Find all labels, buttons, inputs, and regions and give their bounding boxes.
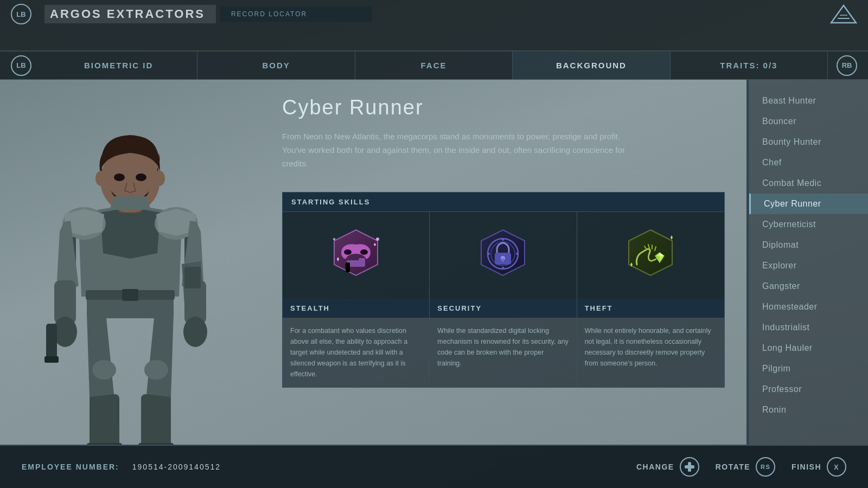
svg-rect-45 bbox=[502, 258, 504, 262]
skill-card-theft: THEFT While not entirely honorable, and … bbox=[577, 212, 724, 387]
svg-point-34 bbox=[333, 238, 335, 240]
svg-point-27 bbox=[154, 171, 165, 186]
theft-description: While not entirely honorable, and certai… bbox=[577, 318, 724, 377]
main-content: Cyber Runner From Neon to New Atlantis, … bbox=[0, 80, 868, 445]
stealth-description: For a combatant who values discretion ab… bbox=[283, 318, 429, 387]
character-figure bbox=[0, 80, 260, 445]
change-label: CHANGE bbox=[636, 463, 674, 471]
svg-rect-20 bbox=[44, 356, 59, 363]
tab-body[interactable]: BODY bbox=[197, 52, 355, 79]
theft-name: THEFT bbox=[577, 299, 724, 318]
svg-point-24 bbox=[114, 174, 125, 181]
character-panel bbox=[0, 80, 260, 445]
security-icon-area bbox=[430, 212, 576, 299]
svg-point-49 bbox=[516, 253, 518, 255]
rotate-label: ROTATE bbox=[716, 463, 750, 471]
stealth-name: STEALTH bbox=[283, 299, 429, 318]
nav-tabs: LB BIOMETRIC ID BODY FACE BACKGROUND TRA… bbox=[0, 52, 868, 80]
sidebar-item-beast-hunter[interactable]: Beast Hunter bbox=[749, 91, 868, 111]
svg-point-18 bbox=[183, 317, 207, 347]
skills-grid: STEALTH For a combatant who values discr… bbox=[282, 212, 725, 388]
svg-point-47 bbox=[502, 267, 504, 269]
svg-point-36 bbox=[360, 249, 368, 255]
change-action: CHANGE bbox=[636, 457, 699, 477]
sidebar-item-cyber-runner[interactable]: Cyber Runner bbox=[749, 194, 868, 214]
security-name: SECURITY bbox=[430, 299, 576, 318]
sidebar-item-professor[interactable]: Professor bbox=[749, 379, 868, 400]
tab-face[interactable]: FACE bbox=[355, 52, 513, 79]
skill-card-security: SECURITY While the standardized digital … bbox=[430, 212, 577, 387]
employee-label: EMPLOYEE NUMBER: bbox=[22, 463, 119, 471]
svg-rect-4 bbox=[90, 394, 119, 445]
employee-number: 190514-2009140512 bbox=[132, 463, 221, 471]
sidebar-item-explorer[interactable]: Explorer bbox=[749, 255, 868, 276]
bottom-actions: CHANGE ROTATE RS FINISH X bbox=[636, 457, 846, 477]
svg-point-48 bbox=[488, 253, 490, 255]
sidebar-item-long-hauler[interactable]: Long Hauler bbox=[749, 338, 868, 358]
sidebar-item-bouncer[interactable]: Bouncer bbox=[749, 111, 868, 132]
finish-label: FINISH bbox=[792, 463, 821, 471]
security-icon bbox=[473, 226, 533, 285]
sidebar-item-pilgrim[interactable]: Pilgrim bbox=[749, 358, 868, 379]
svg-point-30 bbox=[92, 360, 116, 380]
tab-biometric[interactable]: BIOMETRIC ID bbox=[40, 52, 197, 79]
rotate-button[interactable]: RS bbox=[756, 457, 775, 477]
rotate-action: ROTATE RS bbox=[716, 457, 775, 477]
svg-marker-0 bbox=[831, 5, 856, 23]
record-locator: RECORD LOCATOR bbox=[220, 7, 372, 22]
svg-point-31 bbox=[144, 360, 168, 380]
svg-rect-38 bbox=[359, 258, 365, 262]
svg-point-26 bbox=[95, 171, 106, 186]
background-title: Cyber Runner bbox=[282, 96, 725, 119]
sidebar-item-combat-medic[interactable]: Combat Medic bbox=[749, 173, 868, 194]
sidebar-item-ronin[interactable]: Ronin bbox=[749, 400, 868, 420]
sidebar-item-gangster[interactable]: Gangster bbox=[749, 276, 868, 297]
finish-button[interactable]: X bbox=[827, 457, 846, 477]
stealth-icon-area bbox=[283, 212, 429, 299]
svg-point-46 bbox=[502, 239, 504, 241]
svg-point-25 bbox=[136, 174, 146, 181]
skills-header: STARTING SKILLS bbox=[282, 192, 725, 212]
svg-marker-50 bbox=[629, 230, 672, 275]
svg-rect-19 bbox=[46, 324, 57, 362]
skill-card-stealth: STEALTH For a combatant who values discr… bbox=[283, 212, 430, 387]
svg-rect-21 bbox=[184, 267, 201, 288]
background-list: Beast HunterBouncerBounty HunterChefComb… bbox=[749, 80, 868, 445]
company-title: ARGOS EXTRACTORS bbox=[44, 5, 216, 23]
sidebar-item-chef[interactable]: Chef bbox=[749, 152, 868, 173]
svg-rect-29 bbox=[122, 289, 138, 301]
svg-rect-5 bbox=[141, 394, 171, 445]
sidebar-item-diplomat[interactable]: Diplomat bbox=[749, 235, 868, 255]
finish-action: FINISH X bbox=[792, 457, 846, 477]
lb-button[interactable]: LB bbox=[11, 4, 31, 24]
sidebar-item-homesteader[interactable]: Homesteader bbox=[749, 297, 868, 317]
header-top: LB ARGOS EXTRACTORS RECORD LOCATOR bbox=[0, 0, 868, 28]
theft-icon-area bbox=[577, 212, 724, 299]
bottom-bar: EMPLOYEE NUMBER: 190514-2009140512 CHANG… bbox=[0, 445, 868, 488]
background-description: From Neon to New Atlantis, the megacorps… bbox=[282, 130, 640, 170]
svg-rect-55 bbox=[685, 465, 694, 468]
lb-nav-button[interactable]: LB bbox=[11, 55, 31, 76]
sidebar-item-industrialist[interactable]: Industrialist bbox=[749, 317, 868, 338]
security-description: While the standardized digital locking m… bbox=[430, 318, 576, 377]
svg-rect-39 bbox=[346, 262, 350, 272]
theft-icon bbox=[621, 226, 680, 285]
ae-logo bbox=[830, 4, 857, 24]
stealth-icon bbox=[326, 226, 386, 285]
dpad-icon bbox=[685, 462, 694, 472]
change-button[interactable] bbox=[680, 457, 699, 477]
header-bar: LB ARGOS EXTRACTORS RECORD LOCATOR bbox=[0, 0, 868, 52]
svg-point-33 bbox=[376, 237, 379, 241]
content-panel: Cyber Runner From Neon to New Atlantis, … bbox=[260, 80, 746, 445]
rb-nav-button[interactable]: RB bbox=[837, 55, 857, 76]
svg-point-35 bbox=[344, 249, 352, 255]
sidebar-item-cyberneticist[interactable]: Cyberneticist bbox=[749, 214, 868, 235]
tab-traits[interactable]: TRAITS: 0/3 bbox=[671, 52, 828, 79]
sidebar-item-bounty-hunter[interactable]: Bounty Hunter bbox=[749, 132, 868, 152]
tab-background[interactable]: BACKGROUND bbox=[513, 52, 670, 79]
